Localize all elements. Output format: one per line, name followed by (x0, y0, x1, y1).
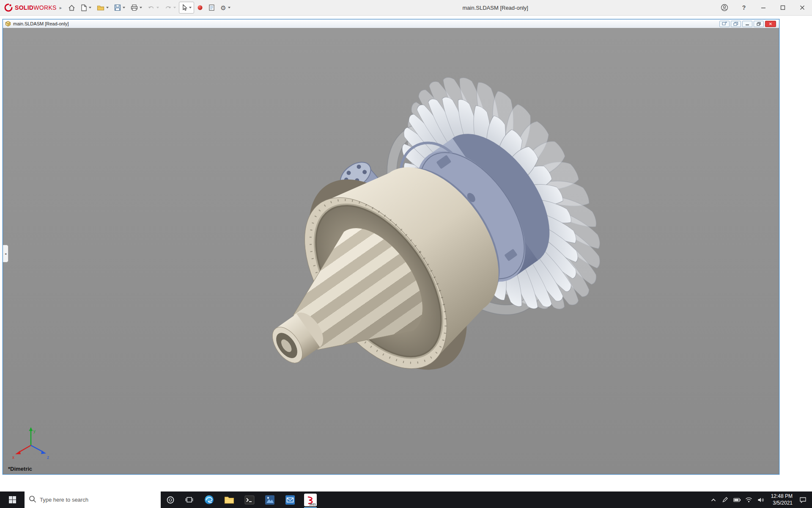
clock-date: 3/5/2021 (771, 500, 793, 507)
action-center-icon (799, 497, 807, 503)
new-document-caret[interactable] (89, 7, 91, 8)
taskbar-clock[interactable]: 12:48 PM 3/5/2021 (767, 493, 796, 506)
task-view-button[interactable] (180, 491, 199, 508)
task-view-icon (185, 496, 193, 504)
redo-caret[interactable] (173, 7, 176, 8)
new-document-button[interactable] (78, 2, 94, 14)
file-properties-button[interactable] (206, 2, 217, 14)
hidden-icons-button[interactable] (708, 491, 719, 508)
action-center-button[interactable] (797, 491, 808, 508)
assembly-icon (5, 21, 11, 27)
network-tray-button[interactable] (743, 491, 754, 508)
child-tile-button[interactable] (719, 21, 730, 27)
open-button[interactable] (94, 2, 111, 14)
file-properties-icon (208, 4, 215, 11)
solidworks-taskbar-icon: 2021 (304, 494, 317, 506)
flyout-chevron-icon: ◂ (5, 252, 6, 256)
cortana-button[interactable] (161, 491, 180, 508)
edge-icon (204, 494, 214, 505)
taskbar-app-terminal[interactable] (239, 491, 260, 508)
brand-solid: SOLID (15, 4, 33, 11)
start-button[interactable] (0, 491, 25, 508)
child-restore-icon (757, 22, 761, 26)
taskbar-app-file-explorer[interactable] (219, 491, 239, 508)
child-window-title: main.SLDASM [Read-only] (13, 21, 69, 26)
undo-icon (148, 5, 155, 11)
orientation-triad[interactable]: y x z (10, 427, 52, 463)
maximize-icon (780, 5, 785, 10)
child-window: main.SLDASM [Read-only] (3, 19, 779, 475)
pen-icon (722, 497, 728, 503)
print-caret[interactable] (140, 7, 142, 8)
taskbar-search[interactable] (25, 491, 161, 508)
new-document-icon (81, 4, 87, 11)
mail-icon (285, 495, 295, 505)
child-restore-button[interactable] (754, 21, 764, 27)
pen-tray-button[interactable] (720, 491, 731, 508)
wifi-icon (745, 497, 752, 502)
cascade-window-icon (733, 22, 738, 26)
mouse-gesture-button[interactable] (195, 2, 206, 14)
save-icon (114, 4, 121, 11)
home-button[interactable] (66, 2, 78, 14)
maximize-button[interactable] (773, 0, 793, 15)
app-titlebar: SOLIDWORKS ▸ (0, 0, 812, 16)
help-button[interactable]: ? (734, 0, 754, 15)
viewport-3d[interactable]: ◂ y x z *Dimetric (3, 28, 779, 474)
red-sphere-icon (197, 5, 203, 11)
system-tray: 12:48 PM 3/5/2021 (708, 491, 812, 508)
child-minimize-button[interactable] (742, 21, 752, 27)
save-button[interactable] (112, 2, 128, 14)
photos-icon (265, 495, 275, 505)
window-title: main.SLDASM [Read-only] (463, 5, 528, 11)
jet-engine-model[interactable] (3, 28, 779, 474)
triad-x-label: x (12, 455, 14, 460)
child-minimize-icon (745, 22, 749, 26)
help-icon: ? (742, 4, 746, 11)
tile-window-icon (722, 22, 727, 26)
account-button[interactable] (715, 0, 734, 15)
volume-tray-button[interactable] (755, 491, 766, 508)
home-icon (68, 4, 75, 11)
select-cursor-icon (181, 4, 187, 11)
account-icon (721, 4, 728, 11)
windows-logo-icon (9, 496, 16, 503)
clock-time: 12:48 PM (771, 493, 793, 500)
taskbar-app-photos[interactable] (260, 491, 280, 508)
taskbar-app-solidworks[interactable]: 2021 (300, 491, 321, 508)
battery-tray-button[interactable] (732, 491, 743, 508)
search-icon (29, 495, 36, 503)
save-caret[interactable] (123, 7, 125, 8)
search-input[interactable] (25, 491, 161, 508)
undo-button[interactable] (145, 2, 162, 14)
print-button[interactable] (128, 2, 145, 14)
print-icon (131, 4, 138, 11)
desktop: SOLIDWORKS ▸ (0, 0, 812, 508)
file-explorer-icon (224, 496, 234, 504)
child-titlebar[interactable]: main.SLDASM [Read-only] (3, 19, 779, 28)
open-caret[interactable] (106, 7, 109, 8)
close-icon (800, 5, 805, 10)
select-caret[interactable] (189, 7, 192, 8)
menu-flyout-icon[interactable]: ▸ (60, 5, 62, 11)
open-folder-icon (97, 5, 104, 11)
triad-y-label: y (33, 429, 36, 433)
taskbar-spacer (321, 491, 708, 508)
solidworks-year-badge: 2021 (309, 503, 316, 506)
redo-icon (165, 5, 172, 11)
battery-icon (733, 498, 741, 502)
taskbar-app-mail[interactable] (280, 491, 300, 508)
minimize-button[interactable] (754, 0, 773, 15)
taskbar-app-edge[interactable] (199, 491, 219, 508)
redo-button[interactable] (162, 2, 178, 14)
select-tool-button[interactable] (179, 2, 194, 14)
taskbar: 2021 (0, 491, 812, 508)
undo-caret[interactable] (156, 7, 159, 8)
close-button[interactable] (793, 0, 812, 15)
feature-tree-flyout-tab[interactable]: ◂ (3, 245, 8, 262)
terminal-icon (244, 495, 255, 505)
child-close-button[interactable]: ✕ (765, 21, 776, 27)
child-cascade-button[interactable] (731, 21, 741, 27)
options-button[interactable]: ⚙ (218, 2, 233, 14)
options-caret[interactable] (228, 7, 230, 8)
